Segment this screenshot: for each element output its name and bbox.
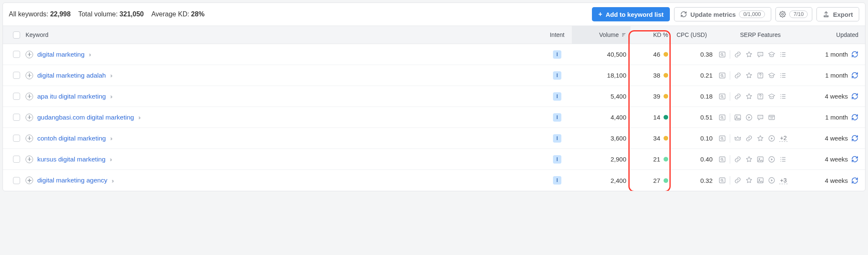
list-icon[interactable]: [779, 156, 787, 163]
col-keyword-header[interactable]: Keyword: [21, 31, 542, 38]
video-icon[interactable]: [768, 177, 775, 184]
row-checkbox[interactable]: [13, 72, 20, 79]
refresh-row-icon[interactable]: [851, 177, 858, 184]
edu-icon[interactable]: [768, 93, 775, 100]
expand-icon[interactable]: [26, 51, 33, 58]
row-checkbox[interactable]: [13, 93, 20, 100]
keyword-link[interactable]: kursus digital marketing: [37, 156, 106, 163]
refresh-row-icon[interactable]: [851, 156, 858, 163]
kd-dot-icon: [664, 157, 668, 161]
star-icon[interactable]: [745, 93, 753, 100]
intent-badge[interactable]: I: [553, 92, 561, 101]
row-checkbox[interactable]: [13, 114, 20, 121]
link-icon[interactable]: [734, 156, 741, 163]
add-to-keyword-list-button[interactable]: + Add to keyword list: [592, 7, 670, 21]
refresh-row-icon[interactable]: [851, 135, 858, 142]
expand-icon[interactable]: [26, 93, 33, 100]
keyword-link[interactable]: apa itu digital marketing: [37, 93, 106, 100]
export-button[interactable]: Export: [816, 7, 859, 21]
svg-rect-3: [622, 36, 623, 36]
star-icon[interactable]: [745, 156, 753, 163]
col-intent-header[interactable]: Intent: [542, 31, 572, 38]
export-label: Export: [833, 11, 853, 18]
keyword-link[interactable]: digital marketing adalah: [37, 72, 106, 79]
link-icon[interactable]: [734, 72, 741, 79]
image-icon[interactable]: [757, 156, 764, 163]
row-checkbox[interactable]: [13, 156, 20, 163]
star-icon[interactable]: [745, 177, 753, 184]
refresh-row-icon[interactable]: [851, 93, 858, 100]
keyword-link[interactable]: digital marketing agency: [37, 177, 107, 184]
link-icon[interactable]: [734, 93, 741, 100]
refresh-row-icon[interactable]: [851, 72, 858, 79]
col-cpc-header[interactable]: CPC (USD): [672, 31, 714, 38]
edu-icon[interactable]: [768, 51, 775, 58]
expand-icon[interactable]: [26, 114, 33, 121]
intent-badge[interactable]: I: [553, 113, 561, 122]
intent-badge[interactable]: I: [553, 155, 561, 164]
col-volume-header[interactable]: Volume: [572, 26, 630, 44]
updated-value: 4 weeks: [825, 93, 848, 100]
col-updated-header[interactable]: Updated: [806, 31, 865, 38]
keyword-link[interactable]: gudangbasi.com digital marketing: [37, 114, 134, 121]
select-all-checkbox[interactable]: [13, 31, 20, 39]
image-icon[interactable]: [734, 114, 741, 121]
star-icon[interactable]: [745, 72, 753, 79]
keyword-link[interactable]: digital marketing: [37, 51, 85, 58]
faq-icon[interactable]: [757, 93, 764, 100]
site-icon[interactable]: [768, 114, 775, 121]
expand-icon[interactable]: [26, 72, 33, 79]
row-checkbox[interactable]: [13, 177, 20, 184]
edu-icon[interactable]: [768, 72, 775, 79]
cpc-value: 0.51: [672, 114, 714, 121]
intent-badge[interactable]: I: [553, 134, 561, 143]
settings-button[interactable]: 7/10: [775, 7, 812, 21]
image-icon[interactable]: [757, 177, 764, 184]
star-icon[interactable]: [757, 135, 764, 142]
expand-icon[interactable]: [26, 156, 33, 163]
intent-badge[interactable]: I: [553, 176, 561, 185]
serp-search-icon[interactable]: [718, 135, 726, 142]
serp-overflow[interactable]: +3: [779, 177, 788, 184]
video-icon[interactable]: [768, 135, 775, 142]
kd-value: 39: [653, 93, 660, 100]
keyword-link[interactable]: contoh digital marketing: [37, 135, 106, 142]
serp-search-icon[interactable]: [718, 177, 726, 184]
list-icon[interactable]: [779, 51, 787, 58]
row-checkbox[interactable]: [13, 51, 20, 58]
list-icon[interactable]: [779, 72, 787, 79]
refresh-row-icon[interactable]: [851, 114, 858, 121]
expand-icon[interactable]: [26, 135, 33, 142]
crown-icon[interactable]: [734, 135, 741, 142]
kd-value: 46: [653, 51, 660, 58]
intent-badge[interactable]: I: [553, 71, 561, 80]
expand-icon[interactable]: [26, 177, 33, 184]
serp-search-icon[interactable]: [718, 93, 726, 100]
table-row: digital marketing adalah››I18,100380.211…: [3, 65, 865, 86]
faq-icon[interactable]: [757, 72, 764, 79]
kd-dot-icon: [664, 136, 668, 141]
chat-icon[interactable]: [757, 51, 764, 58]
total-volume-value: 321,050: [119, 10, 144, 18]
star-icon[interactable]: [745, 51, 753, 58]
link-icon[interactable]: [745, 135, 753, 142]
kd-value: 34: [653, 135, 660, 142]
updated-value: 4 weeks: [825, 156, 848, 163]
link-icon[interactable]: [734, 51, 741, 58]
intent-badge[interactable]: I: [553, 50, 561, 59]
refresh-row-icon[interactable]: [851, 51, 858, 58]
chat-icon[interactable]: [757, 114, 764, 121]
update-metrics-button[interactable]: Update metrics 0/1,000: [674, 7, 771, 21]
list-icon[interactable]: [779, 93, 787, 100]
video-icon[interactable]: [745, 114, 753, 121]
serp-search-icon[interactable]: [718, 72, 726, 79]
serp-search-icon[interactable]: [718, 156, 726, 163]
link-icon[interactable]: [734, 177, 741, 184]
serp-search-icon[interactable]: [718, 114, 726, 121]
col-kd-header[interactable]: KD %: [630, 31, 672, 38]
serp-overflow[interactable]: +2: [779, 135, 788, 142]
serp-search-icon[interactable]: [718, 51, 726, 58]
col-serp-header[interactable]: SERP Features: [714, 31, 806, 38]
row-checkbox[interactable]: [13, 135, 20, 142]
video-icon[interactable]: [768, 156, 775, 163]
